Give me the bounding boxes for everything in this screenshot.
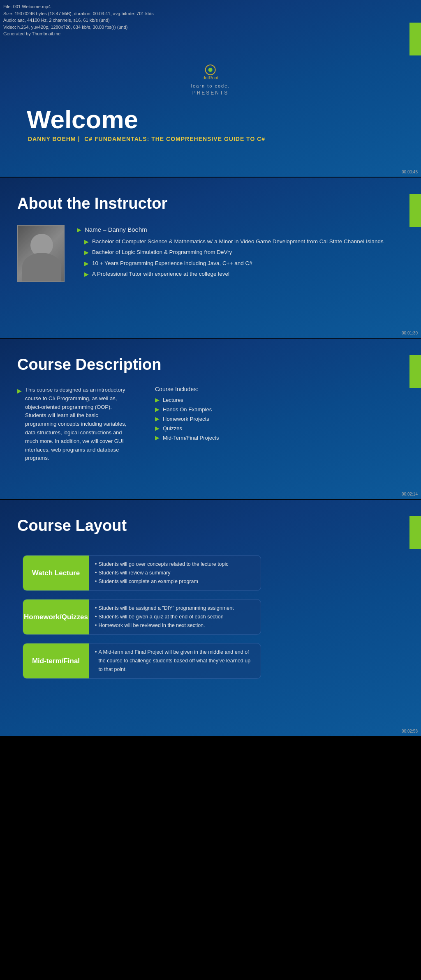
bullet-dot-w0: • bbox=[95, 560, 97, 569]
instructor-body: ▶ Name – Danny Boehm ▶ Bachelor of Compu… bbox=[17, 225, 384, 282]
timestamp-4: 00:02:58 bbox=[402, 729, 418, 733]
instructor-details: ▶ Name – Danny Boehm ▶ Bachelor of Compu… bbox=[77, 225, 384, 282]
green-accent-4 bbox=[409, 516, 421, 549]
arrow-icon-desc: ▶ bbox=[17, 386, 22, 395]
desc-body: ▶ This course is designed as an introduc… bbox=[17, 386, 219, 464]
subtitle-text: DANNY BOEHM | C# FUNDAMENTALS: THE COMPR… bbox=[28, 136, 265, 142]
instructor-photo bbox=[17, 225, 65, 282]
bullet-dot-h0: • bbox=[95, 604, 97, 613]
green-accent-2 bbox=[409, 194, 421, 227]
arrow-icon-inc4: ▶ bbox=[155, 434, 160, 441]
desc-right-panel: Course Includes: ▶ Lectures ▶ Hands On E… bbox=[155, 386, 219, 464]
instructor-bullet-3: ▶ 10 + Years Programming Experience incl… bbox=[77, 259, 384, 268]
welcome-title: Welcome bbox=[27, 105, 138, 134]
includes-item-1: ▶ Hands On Examples bbox=[155, 406, 219, 413]
svg-text:dotRoot: dotRoot bbox=[203, 75, 219, 80]
card-homework-quizzes: Homework/Quizzes • Students will be assi… bbox=[23, 599, 261, 635]
watch-bullet-1: • Students will review a summary bbox=[95, 569, 254, 577]
card-watch-lecture: Watch Lecture • Students will go over co… bbox=[23, 555, 261, 591]
arrow-icon-inc3: ▶ bbox=[155, 425, 160, 431]
timestamp-3: 00:02:14 bbox=[402, 492, 418, 496]
card-label-midterm: Mid-term/Final bbox=[23, 643, 89, 678]
instructor-section-title: About the Instructor bbox=[17, 195, 167, 212]
section-instructor: About the Instructor ▶ Name – Danny Boeh… bbox=[0, 178, 421, 338]
mt-bullet-0: • A Mid-term and Final Project will be g… bbox=[95, 648, 254, 674]
instructor-bullet-1: ▶ Bachelor of Computer Science & Mathema… bbox=[77, 237, 384, 246]
includes-item-3: ▶ Quizzes bbox=[155, 425, 219, 431]
watch-bullet-0: • Students will go over concepts related… bbox=[95, 560, 254, 569]
section-layout: Course Layout Watch Lecture • Students w… bbox=[0, 500, 421, 736]
instructor-name: DANNY BOEHM | bbox=[28, 136, 80, 142]
card-midterm-final: Mid-term/Final • A Mid-term and Final Pr… bbox=[23, 643, 261, 679]
section-welcome: File: 001 Welcome.mp4 Size: 19370246 byt… bbox=[0, 0, 421, 177]
card-content-midterm: • A Mid-term and Final Project will be g… bbox=[89, 644, 261, 678]
includes-item-4: ▶ Mid-Term/Final Projects bbox=[155, 434, 219, 441]
card-label-watch: Watch Lecture bbox=[23, 556, 89, 590]
learn-to-code: learn to code. bbox=[191, 83, 230, 88]
layout-section-title: Course Layout bbox=[17, 517, 127, 535]
hw-bullet-1: • Students will be given a quiz at the e… bbox=[95, 613, 254, 621]
timestamp-2: 00:01:30 bbox=[402, 331, 418, 335]
logo-area: dotRoot learn to code. PRESENTS bbox=[191, 64, 230, 96]
bullet-dot-m0: • bbox=[95, 648, 97, 657]
arrow-icon-b1: ▶ bbox=[84, 237, 89, 246]
arrow-icon-b2: ▶ bbox=[84, 248, 89, 257]
bullet-dot-h1: • bbox=[95, 613, 97, 621]
dotroot-logo-icon: dotRoot bbox=[194, 64, 227, 82]
arrow-icon-inc0: ▶ bbox=[155, 397, 160, 403]
instructor-bullet-4: ▶ A Professional Tutor with experience a… bbox=[77, 270, 384, 279]
arrow-icon-b4: ▶ bbox=[84, 270, 89, 279]
instructor-bullet-2: ▶ Bachelor of Logic Simulation & Program… bbox=[77, 248, 384, 257]
timestamp-1: 00:00:45 bbox=[402, 170, 418, 174]
arrow-icon-name: ▶ bbox=[77, 225, 81, 234]
desc-left-bullet: ▶ This course is designed as an introduc… bbox=[17, 386, 130, 463]
instructor-name-item: ▶ Name – Danny Boehm bbox=[77, 225, 384, 235]
bullet-dot-w1: • bbox=[95, 569, 97, 577]
course-title: C# FUNDAMENTALS: THE COMPREHENSIVE GUIDE… bbox=[84, 136, 265, 142]
watch-bullet-2: • Students will complete an example prog… bbox=[95, 577, 254, 586]
section-description: Course Description ▶ This course is desi… bbox=[0, 339, 421, 499]
bullet-dot-h2: • bbox=[95, 621, 97, 630]
includes-title: Course Includes: bbox=[155, 386, 219, 392]
bullet-dot-w2: • bbox=[95, 577, 97, 586]
card-content-homework: • Students will be assigned a "DIY" prog… bbox=[89, 600, 261, 634]
card-content-watch: • Students will go over concepts related… bbox=[89, 556, 261, 590]
arrow-icon-inc1: ▶ bbox=[155, 406, 160, 413]
includes-item-2: ▶ Homework Projects bbox=[155, 415, 219, 422]
arrow-icon-b3: ▶ bbox=[84, 259, 89, 268]
layout-cards: Watch Lecture • Students will go over co… bbox=[23, 555, 261, 679]
svg-point-1 bbox=[208, 68, 213, 72]
green-accent-decoration bbox=[409, 23, 421, 55]
card-label-homework: Homework/Quizzes bbox=[23, 600, 89, 634]
desc-left-panel: ▶ This course is designed as an introduc… bbox=[17, 386, 130, 464]
file-info: File: 001 Welcome.mp4 Size: 19370246 byt… bbox=[3, 3, 154, 37]
arrow-icon-inc2: ▶ bbox=[155, 415, 160, 422]
presents-text: PRESENTS bbox=[191, 90, 230, 96]
includes-item-0: ▶ Lectures bbox=[155, 397, 219, 403]
description-section-title: Course Description bbox=[17, 356, 162, 374]
hw-bullet-0: • Students will be assigned a "DIY" prog… bbox=[95, 604, 254, 613]
green-accent-3 bbox=[409, 355, 421, 388]
hw-bullet-2: • Homework will be reviewed in the next … bbox=[95, 621, 254, 630]
